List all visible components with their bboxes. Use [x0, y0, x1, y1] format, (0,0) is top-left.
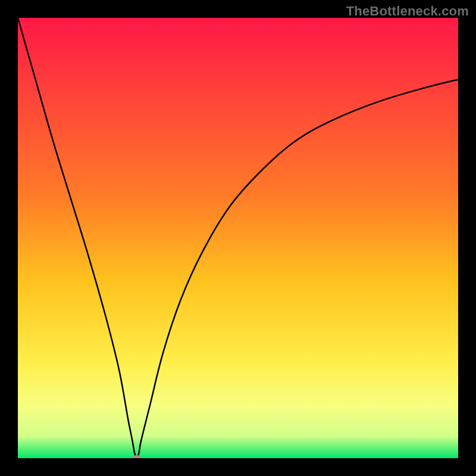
watermark-text: TheBottleneck.com: [346, 4, 469, 19]
plot-background: [18, 18, 458, 458]
chart-container: TheBottleneck.com: [0, 0, 476, 476]
bottleneck-chart: [18, 18, 458, 458]
